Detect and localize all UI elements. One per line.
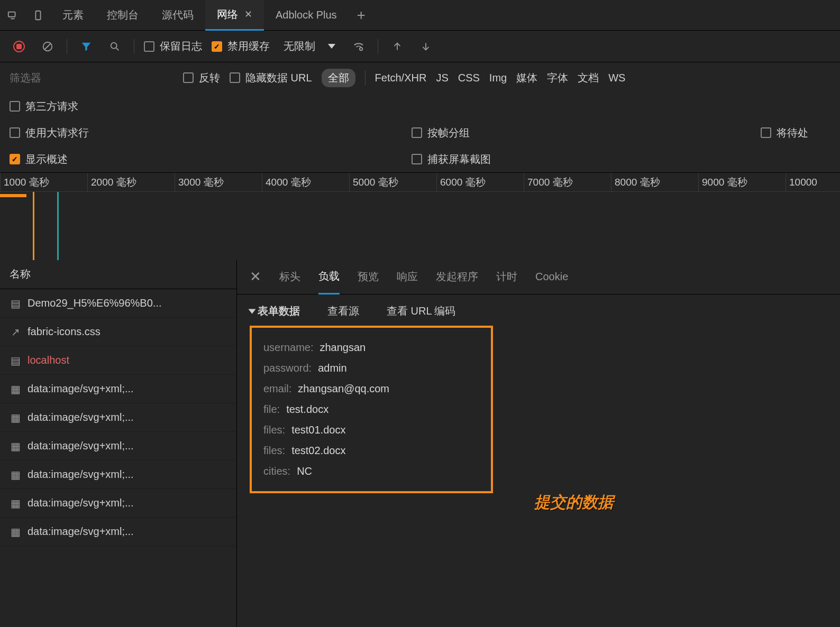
add-tab-icon[interactable]: + bbox=[349, 0, 374, 31]
request-item[interactable]: ▦data:image/svg+xml;... bbox=[0, 403, 236, 432]
filter-type[interactable]: 媒体 bbox=[516, 71, 537, 85]
form-row: email:zhangsan@qq.com bbox=[263, 379, 479, 399]
view-encoded-link[interactable]: 查看 URL 编码 bbox=[387, 304, 455, 318]
detail-tab-timing[interactable]: 计时 bbox=[496, 260, 517, 294]
detail-tab-cookies[interactable]: Cookie bbox=[535, 260, 568, 294]
timeline-marker[interactable] bbox=[33, 192, 34, 260]
hide-data-url-checkbox[interactable]: 隐藏数据 URL bbox=[230, 71, 312, 85]
tab-network[interactable]: 网络✕ bbox=[205, 0, 264, 31]
timeline-tick: 9000 毫秒 bbox=[698, 173, 786, 191]
view-source-link[interactable]: 查看源 bbox=[327, 304, 359, 318]
request-item[interactable]: ▦data:image/svg+xml;... bbox=[0, 489, 236, 518]
filter-input[interactable] bbox=[10, 72, 174, 84]
form-val: zhangsan@qq.com bbox=[298, 383, 389, 395]
filter-type[interactable]: WS bbox=[608, 72, 625, 84]
form-key: file: bbox=[263, 403, 280, 416]
request-item[interactable]: ▤Demo29_H5%E6%96%B0... bbox=[0, 289, 236, 318]
invert-checkbox[interactable]: 反转 bbox=[183, 71, 220, 85]
timeline-tick: 10000 bbox=[786, 173, 840, 191]
annotation-label: 提交的数据 bbox=[534, 492, 614, 513]
form-val: admin bbox=[318, 362, 346, 374]
wifi-settings-icon[interactable] bbox=[349, 37, 368, 56]
download-icon[interactable] bbox=[416, 37, 435, 56]
disable-cache-checkbox[interactable]: 禁用缓存 bbox=[212, 39, 270, 53]
filter-type[interactable]: 文档 bbox=[578, 71, 599, 85]
request-detail: ✕ 标头 负载 预览 响应 发起程序 计时 Cookie 表单数据 查看源 查看… bbox=[237, 260, 840, 627]
group-frame-checkbox[interactable]: 按帧分组 bbox=[412, 126, 729, 140]
chevron-down-icon bbox=[328, 44, 335, 49]
filter-all[interactable]: 全部 bbox=[322, 69, 355, 87]
tab-console[interactable]: 控制台 bbox=[95, 0, 150, 31]
image-icon: ▦ bbox=[10, 469, 21, 481]
third-party-checkbox[interactable]: 第三方请求 bbox=[10, 99, 263, 114]
request-item[interactable]: ▦data:image/svg+xml;... bbox=[0, 460, 236, 489]
mobile-icon[interactable] bbox=[25, 0, 51, 31]
request-list-header[interactable]: 名称 bbox=[0, 260, 236, 289]
device-icon[interactable] bbox=[0, 0, 25, 31]
record-button[interactable] bbox=[10, 37, 29, 56]
large-rows-checkbox[interactable]: 使用大请求行 bbox=[10, 126, 380, 140]
form-val: test02.docx bbox=[291, 445, 345, 457]
form-key: cities: bbox=[263, 465, 290, 477]
form-row: files:test01.docx bbox=[263, 420, 479, 440]
filter-type[interactable]: CSS bbox=[458, 72, 480, 84]
request-item[interactable]: ▦data:image/svg+xml;... bbox=[0, 518, 236, 546]
request-name: data:image/svg+xml;... bbox=[28, 525, 134, 538]
close-icon[interactable]: ✕ bbox=[244, 8, 252, 20]
main-tabs: 元素 控制台 源代码 网络✕ Adblock Plus + bbox=[0, 0, 840, 31]
timeline-marker[interactable] bbox=[57, 192, 59, 260]
throttling-select[interactable]: 无限制 bbox=[279, 39, 340, 53]
options-row-3: 显示概述 捕获屏幕截图 bbox=[0, 146, 840, 172]
triangle-down-icon[interactable] bbox=[249, 309, 256, 314]
timeline-tick: 6000 毫秒 bbox=[436, 173, 524, 191]
tab-sources[interactable]: 源代码 bbox=[150, 0, 205, 31]
detail-tab-preview[interactable]: 预览 bbox=[358, 260, 379, 294]
detail-tab-headers[interactable]: 标头 bbox=[279, 260, 300, 294]
form-val: NC bbox=[297, 465, 312, 477]
show-overview-checkbox[interactable]: 显示概述 bbox=[10, 152, 380, 167]
form-row: file:test.docx bbox=[263, 399, 479, 420]
close-detail-icon[interactable]: ✕ bbox=[250, 269, 261, 285]
image-icon: ▦ bbox=[10, 526, 21, 538]
clear-icon[interactable] bbox=[38, 37, 57, 56]
detail-tabs: ✕ 标头 负载 预览 响应 发起程序 计时 Cookie bbox=[237, 260, 840, 294]
filter-type[interactable]: Img bbox=[489, 72, 507, 84]
filter-type[interactable]: Fetch/XHR bbox=[375, 72, 427, 84]
request-name: fabric-icons.css bbox=[28, 326, 101, 338]
tab-adblock[interactable]: Adblock Plus bbox=[264, 0, 349, 31]
payload-panel: 表单数据 查看源 查看 URL 编码 username:zhangsan pas… bbox=[237, 294, 840, 503]
search-icon[interactable] bbox=[105, 37, 124, 56]
request-name: data:image/svg+xml;... bbox=[28, 497, 134, 509]
screenshots-checkbox[interactable]: 捕获屏幕截图 bbox=[412, 152, 665, 167]
detail-tab-response[interactable]: 响应 bbox=[397, 260, 418, 294]
form-row: password:admin bbox=[263, 358, 479, 379]
request-item[interactable]: ↗fabric-icons.css bbox=[0, 318, 236, 346]
tab-elements[interactable]: 元素 bbox=[51, 0, 95, 31]
request-name: localhost bbox=[28, 354, 69, 366]
request-item[interactable]: ▦data:image/svg+xml;... bbox=[0, 375, 236, 403]
options-row-2: 使用大请求行 按帧分组 将待处 bbox=[0, 119, 840, 146]
third-party-label: 第三方请求 bbox=[25, 99, 78, 114]
filter-type[interactable]: 字体 bbox=[547, 71, 568, 85]
group-frame-label: 按帧分组 bbox=[427, 126, 470, 140]
filter-icon[interactable] bbox=[77, 37, 96, 56]
timeline-tick: 4000 毫秒 bbox=[262, 173, 349, 191]
detail-tab-payload[interactable]: 负载 bbox=[318, 260, 340, 294]
request-name: data:image/svg+xml;... bbox=[28, 440, 134, 452]
preserve-log-checkbox[interactable]: 保留日志 bbox=[144, 39, 202, 53]
pending-checkbox[interactable]: 将待处 bbox=[761, 126, 840, 140]
form-key: password: bbox=[263, 362, 312, 374]
svg-point-4 bbox=[360, 47, 363, 50]
disable-cache-label: 禁用缓存 bbox=[227, 39, 270, 53]
upload-icon[interactable] bbox=[388, 37, 407, 56]
css-icon: ↗ bbox=[10, 326, 21, 338]
filter-type[interactable]: JS bbox=[436, 72, 448, 84]
timeline-tick: 7000 毫秒 bbox=[524, 173, 611, 191]
timeline[interactable]: 1000 毫秒 2000 毫秒 3000 毫秒 4000 毫秒 5000 毫秒 … bbox=[0, 172, 840, 260]
request-item[interactable]: ▦data:image/svg+xml;... bbox=[0, 432, 236, 460]
timeline-tick: 5000 毫秒 bbox=[349, 173, 436, 191]
request-name: Demo29_H5%E6%96%B0... bbox=[28, 297, 161, 309]
detail-tab-initiator[interactable]: 发起程序 bbox=[436, 260, 478, 294]
request-item-selected[interactable]: ▤localhost bbox=[0, 346, 236, 375]
svg-point-3 bbox=[111, 42, 117, 48]
